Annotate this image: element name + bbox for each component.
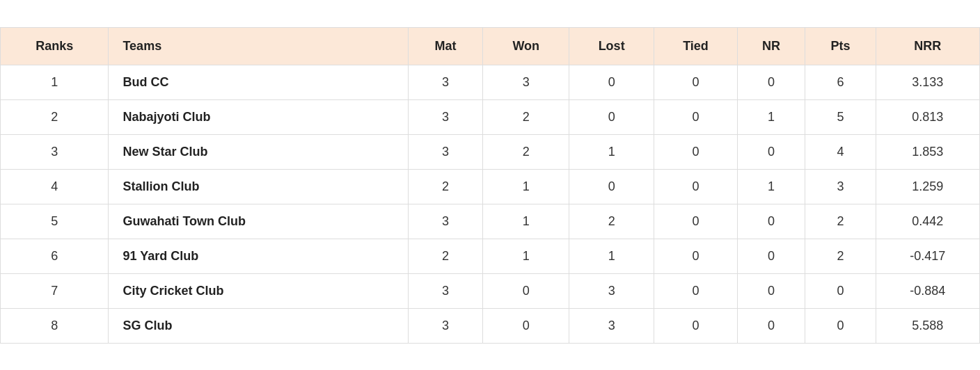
header-won: Won <box>483 27 569 65</box>
table-cell: 0 <box>569 99 654 134</box>
table-cell: 1 <box>737 99 805 134</box>
table-cell: 1.259 <box>876 169 979 204</box>
table-cell: 0 <box>654 65 738 99</box>
table-row: 8SG Club3030005.588 <box>1 308 980 343</box>
table-cell: 5 <box>1 204 109 239</box>
table-cell: 0.442 <box>876 204 979 239</box>
table-cell: 0 <box>654 239 738 273</box>
table-cell: 0 <box>737 273 805 308</box>
table-cell: 3 <box>569 273 654 308</box>
standings-table: Ranks Teams Mat Won Lost Tied NR Pts NRR… <box>0 27 980 344</box>
table-cell: 3.133 <box>876 65 979 99</box>
table-cell: 3 <box>408 65 483 99</box>
table-cell: Nabajyoti Club <box>109 99 408 134</box>
table-cell: 4 <box>1 169 109 204</box>
table-cell: SG Club <box>109 308 408 343</box>
table-cell: 5.588 <box>876 308 979 343</box>
table-cell: 1 <box>483 239 569 273</box>
table-cell: City Cricket Club <box>109 273 408 308</box>
table-row: 5Guwahati Town Club3120020.442 <box>1 204 980 239</box>
table-cell: 0 <box>483 273 569 308</box>
table-cell: 2 <box>569 204 654 239</box>
table-cell: 1 <box>737 169 805 204</box>
table-cell: 3 <box>408 204 483 239</box>
table-cell: 1 <box>483 204 569 239</box>
table-cell: 0 <box>654 273 738 308</box>
table-cell: 3 <box>1 134 109 169</box>
table-row: 1Bud CC3300063.133 <box>1 65 980 99</box>
table-cell: 2 <box>483 99 569 134</box>
header-tied: Tied <box>654 27 738 65</box>
table-cell: 2 <box>408 169 483 204</box>
table-cell: 2 <box>1 99 109 134</box>
table-cell: 3 <box>408 273 483 308</box>
table-cell: Guwahati Town Club <box>109 204 408 239</box>
table-cell: 1 <box>569 239 654 273</box>
table-cell: 2 <box>408 239 483 273</box>
header-nrr: NRR <box>876 27 979 65</box>
table-cell: 0 <box>737 65 805 99</box>
table-cell: 0 <box>737 239 805 273</box>
table-cell: Bud CC <box>109 65 408 99</box>
table-cell: 3 <box>483 65 569 99</box>
table-cell: 3 <box>408 99 483 134</box>
table-row: 7City Cricket Club303000-0.884 <box>1 273 980 308</box>
table-cell: 0 <box>654 308 738 343</box>
table-cell: 3 <box>408 134 483 169</box>
table-cell: 0 <box>569 65 654 99</box>
table-cell: 0 <box>654 204 738 239</box>
table-row: 4Stallion Club2100131.259 <box>1 169 980 204</box>
table-cell: 2 <box>805 239 876 273</box>
header-teams: Teams <box>109 27 408 65</box>
table-row: 691 Yard Club211002-0.417 <box>1 239 980 273</box>
table-cell: -0.884 <box>876 273 979 308</box>
table-cell: 3 <box>569 308 654 343</box>
header-ranks: Ranks <box>1 27 109 65</box>
table-cell: 3 <box>805 169 876 204</box>
table-cell: 0 <box>654 169 738 204</box>
table-cell: 1.853 <box>876 134 979 169</box>
table-row: 2Nabajyoti Club3200150.813 <box>1 99 980 134</box>
table-cell: 91 Yard Club <box>109 239 408 273</box>
table-cell: 0 <box>805 308 876 343</box>
table-cell: 0 <box>737 308 805 343</box>
header-pts: Pts <box>805 27 876 65</box>
header-lost: Lost <box>569 27 654 65</box>
table-cell: New Star Club <box>109 134 408 169</box>
table-cell: 1 <box>483 169 569 204</box>
header-mat: Mat <box>408 27 483 65</box>
table-cell: 1 <box>1 65 109 99</box>
table-cell: Stallion Club <box>109 169 408 204</box>
header-nr: NR <box>737 27 805 65</box>
table-cell: 4 <box>805 134 876 169</box>
table-cell: 0.813 <box>876 99 979 134</box>
table-cell: 0 <box>737 134 805 169</box>
table-cell: 0 <box>654 134 738 169</box>
table-cell: -0.417 <box>876 239 979 273</box>
table-cell: 6 <box>1 239 109 273</box>
table-cell: 2 <box>805 204 876 239</box>
standings-table-container: Ranks Teams Mat Won Lost Tied NR Pts NRR… <box>0 27 980 344</box>
table-cell: 6 <box>805 65 876 99</box>
table-cell: 8 <box>1 308 109 343</box>
table-cell: 0 <box>805 273 876 308</box>
table-cell: 0 <box>569 169 654 204</box>
table-cell: 5 <box>805 99 876 134</box>
table-header-row: Ranks Teams Mat Won Lost Tied NR Pts NRR <box>1 27 980 65</box>
table-cell: 2 <box>483 134 569 169</box>
table-cell: 1 <box>569 134 654 169</box>
table-cell: 7 <box>1 273 109 308</box>
table-cell: 0 <box>654 99 738 134</box>
table-row: 3New Star Club3210041.853 <box>1 134 980 169</box>
table-cell: 0 <box>483 308 569 343</box>
table-cell: 0 <box>737 204 805 239</box>
table-cell: 3 <box>408 308 483 343</box>
